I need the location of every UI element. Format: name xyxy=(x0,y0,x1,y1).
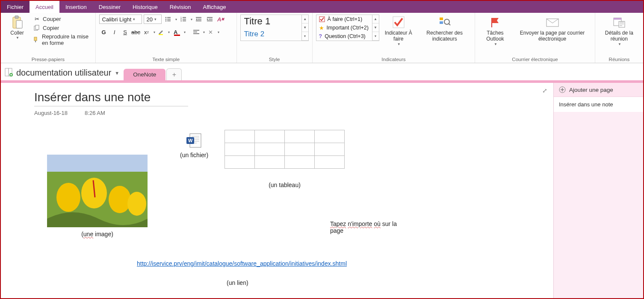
bold-button[interactable]: G xyxy=(99,27,109,37)
group-label-basic-text: Texte simple xyxy=(99,56,233,62)
svg-point-6 xyxy=(165,17,166,18)
svg-rect-26 xyxy=(193,32,197,32)
svg-rect-24 xyxy=(159,34,163,35)
inserted-link[interactable]: http://iservice.prv/eng/imit/catalogue/s… xyxy=(137,260,347,267)
page-time[interactable]: 8:26 AM xyxy=(85,110,105,116)
italic-button[interactable]: I xyxy=(110,27,119,37)
paintbrush-icon xyxy=(33,36,39,43)
chevron-down-icon: ▾ xyxy=(133,17,135,21)
gallery-up-button[interactable]: ▲ xyxy=(302,15,308,23)
tab-accueil[interactable]: Accueil xyxy=(30,1,59,13)
todo-tag-label: Indicateur À faire xyxy=(384,30,414,42)
gallery-more-button[interactable]: ▾ xyxy=(302,32,308,41)
group-label-styles: Style xyxy=(240,56,309,62)
type-anywhere-hint[interactable]: Tapez n'importe où sur la page xyxy=(330,220,416,234)
page-canvas[interactable]: ⤢ Insérer dans une note August-16-18 8:2… xyxy=(1,83,553,299)
plus-circle-icon xyxy=(559,86,566,93)
tab-historique[interactable]: Historique xyxy=(127,1,164,13)
inserted-table[interactable] xyxy=(225,130,345,169)
svg-point-10 xyxy=(165,21,166,21)
todo-tag-button[interactable]: Indicateur À faire ▼ xyxy=(381,15,416,47)
calendar-icon xyxy=(612,15,626,29)
cut-button[interactable]: ✂ Couper xyxy=(32,15,92,23)
copy-icon xyxy=(33,24,40,31)
email-page-button[interactable]: Envoyer la page par courrier électroniqu… xyxy=(513,15,591,43)
inserted-image[interactable] xyxy=(47,155,148,227)
style-titre1[interactable]: Titre 1 xyxy=(241,15,301,28)
envelope-icon xyxy=(546,15,559,29)
notebook-title: documentation utilisateur xyxy=(16,68,111,78)
bullets-button[interactable] xyxy=(163,15,173,24)
font-name-combo[interactable]: Calibri Light▾ xyxy=(99,15,142,24)
flag-icon xyxy=(488,15,502,29)
chevron-down-icon: ▾ xyxy=(191,18,192,21)
gallery-up-button[interactable]: ▲ xyxy=(372,15,379,23)
svg-rect-13 xyxy=(183,17,186,18)
find-tags-button[interactable]: Rechercher des indicateurs xyxy=(418,15,471,43)
chevron-down-icon: ▼ xyxy=(397,42,401,47)
add-section-button[interactable]: + xyxy=(166,68,182,80)
numbering-button[interactable]: 123 xyxy=(179,15,188,24)
checkbox-icon xyxy=(319,16,325,22)
subscript-button[interactable]: x2 xyxy=(142,27,151,37)
page-list-item[interactable]: Insérer dans une note xyxy=(554,97,643,112)
gallery-down-button[interactable]: ▼ xyxy=(302,23,308,32)
add-page-button[interactable]: Ajouter une page xyxy=(554,83,643,97)
outdent-button[interactable] xyxy=(194,15,204,24)
notebook-bar: documentation utilisateur ▼ OneNote + xyxy=(1,63,643,80)
tag-todo[interactable]: À faire (Ctrl+1) xyxy=(316,15,372,23)
chevron-down-icon: ▼ xyxy=(494,42,497,47)
svg-text:3: 3 xyxy=(180,20,182,22)
highlight-button[interactable] xyxy=(157,27,166,37)
word-file-icon[interactable]: W xyxy=(186,132,203,149)
tag-important[interactable]: ★ Important (Ctrl+2) xyxy=(316,23,372,32)
svg-rect-7 xyxy=(167,17,171,18)
indent-button[interactable] xyxy=(205,15,215,24)
meeting-details-button[interactable]: Détails de la réunion ▼ xyxy=(599,15,640,47)
clear-formatting-button[interactable]: A✖ xyxy=(216,15,226,24)
gallery-more-button[interactable]: ▾ xyxy=(372,32,379,41)
ribbon: Coller ▼ ✂ Couper Copier xyxy=(1,13,643,63)
tab-affichage[interactable]: Affichage xyxy=(197,1,232,13)
chevron-down-icon: ▼ xyxy=(16,36,19,40)
delete-button[interactable]: ✕ xyxy=(206,27,216,37)
gallery-down-button[interactable]: ▼ xyxy=(372,23,379,32)
strikethrough-button[interactable]: abc xyxy=(131,27,141,37)
align-button[interactable] xyxy=(192,27,201,37)
notebook-title-dropdown[interactable]: documentation utilisateur ▼ xyxy=(16,68,119,78)
chevron-down-icon: ▾ xyxy=(218,30,219,34)
group-styles: Titre 1 Titre 2 ▲ ▼ ▾ Style xyxy=(237,13,313,63)
style-titre2[interactable]: Titre 2 xyxy=(241,28,301,41)
underline-button[interactable]: S xyxy=(121,27,130,37)
page-list-panel: Ajouter une page Insérer dans une note xyxy=(553,83,643,299)
tab-insertion[interactable]: Insertion xyxy=(59,1,93,13)
page-title[interactable]: Insérer dans une note xyxy=(34,91,188,104)
svg-rect-11 xyxy=(167,21,171,21)
page-date[interactable]: August-16-18 xyxy=(34,110,68,116)
expand-icon[interactable]: ⤢ xyxy=(542,87,547,94)
tab-dessiner[interactable]: Dessiner xyxy=(93,1,127,13)
group-clipboard: Coller ▼ ✂ Couper Copier xyxy=(1,13,96,63)
paste-label: Coller xyxy=(10,30,24,36)
tab-file[interactable]: Fichier xyxy=(1,1,30,13)
chevron-down-icon: ▾ xyxy=(168,30,170,34)
paste-button[interactable]: Coller ▼ xyxy=(4,15,30,41)
svg-rect-22 xyxy=(209,19,213,20)
svg-rect-9 xyxy=(167,19,171,20)
tag-gallery[interactable]: À faire (Ctrl+1) ★ Important (Ctrl+2) ? … xyxy=(316,15,379,41)
chevron-down-icon: ▾ xyxy=(154,30,155,34)
format-painter-button[interactable]: Reproduire la mise en forme xyxy=(32,32,92,47)
svg-rect-20 xyxy=(196,21,201,21)
svg-rect-25 xyxy=(193,30,199,31)
tag-question[interactable]: ? Question (Ctrl+3) xyxy=(316,32,372,41)
section-tab-onenote[interactable]: OneNote xyxy=(124,69,165,80)
email-page-label: Envoyer la page par courrier électroniqu… xyxy=(516,30,588,42)
outlook-tasks-button[interactable]: Tâches Outlook ▼ xyxy=(479,15,511,47)
font-size-value: 20 xyxy=(147,16,153,23)
style-gallery[interactable]: Titre 1 Titre 2 ▲ ▼ ▾ xyxy=(240,15,309,41)
copy-button[interactable]: Copier xyxy=(32,23,92,32)
add-page-label: Ajouter une page xyxy=(569,87,613,93)
tab-revision[interactable]: Révision xyxy=(164,1,197,13)
notebook-icon[interactable] xyxy=(4,67,14,77)
font-size-combo[interactable]: 20▾ xyxy=(144,15,162,24)
